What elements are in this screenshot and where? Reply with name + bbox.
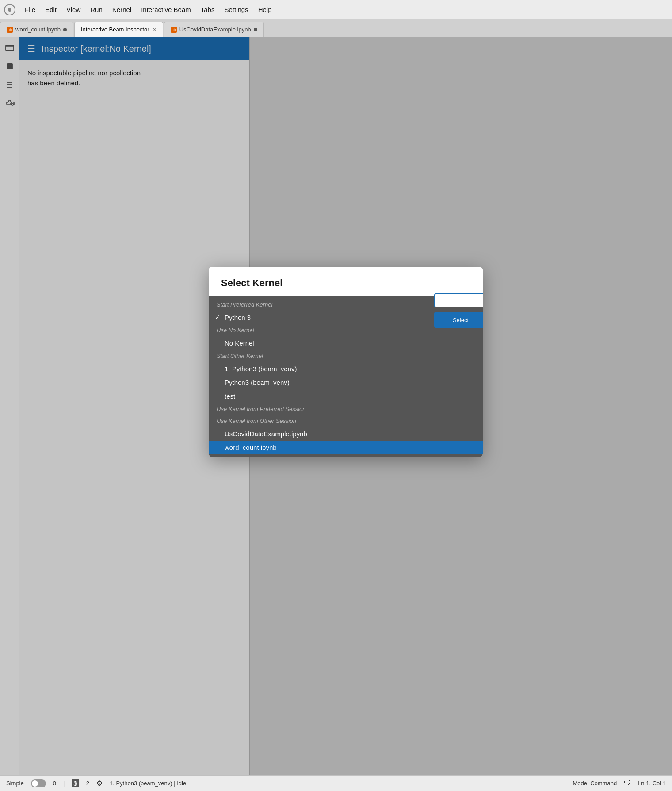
menu-settings[interactable]: Settings xyxy=(220,4,252,15)
toggle-knob xyxy=(32,780,38,787)
menu-tabs[interactable]: Tabs xyxy=(196,4,219,15)
tab-beam-inspector[interactable]: Interactive Beam Inspector × xyxy=(74,22,163,37)
status-kernel-label: 1. Python3 (beam_venv) | Idle xyxy=(110,780,186,787)
status-position: Ln 1, Col 1 xyxy=(638,780,666,787)
main-layout: ☰ Inspector [kernel:No Kernel] No inspec… xyxy=(0,37,672,775)
status-mode-label: Simple xyxy=(6,780,24,787)
modal-overlay: Select Kernel Start Preferred Kernel Pyt… xyxy=(19,37,672,775)
modal-title: Select Kernel xyxy=(209,267,483,296)
kernel-section-other-kernel: Start Other Kernel xyxy=(209,350,483,362)
kernel-item-no-kernel[interactable]: No Kernel xyxy=(209,336,483,350)
tab-label-beam-inspector: Interactive Beam Inspector xyxy=(81,26,149,33)
tab-close-beam-inspector[interactable]: × xyxy=(153,26,157,33)
tab-dot-us-covid xyxy=(254,28,257,31)
tab-icon-word-count: nb xyxy=(7,27,13,33)
svg-point-1 xyxy=(8,8,11,12)
status-sep1: | xyxy=(63,780,65,787)
menu-view[interactable]: View xyxy=(62,4,85,15)
kernel-section-other-session: Use Kernel from Other Session xyxy=(209,415,483,427)
kernel-item-python3-beam-venv-2[interactable]: Python3 (beam_venv) xyxy=(209,376,483,389)
tab-word-count[interactable]: nb word_count.ipynb xyxy=(0,22,73,37)
sidebar-icon-folder[interactable] xyxy=(4,42,16,54)
status-settings-icon[interactable]: ⚙ xyxy=(96,779,103,787)
tab-label-word-count: word_count.ipynb xyxy=(15,26,61,33)
tab-dot-word-count xyxy=(63,28,67,31)
kernel-item-python3-beam-venv-1[interactable]: 1. Python3 (beam_venv) xyxy=(209,362,483,376)
menu-edit[interactable]: Edit xyxy=(41,4,61,15)
status-right: Mode: Command 🛡 Ln 1, Col 1 xyxy=(573,779,666,787)
app-logo[interactable] xyxy=(4,4,16,16)
status-shield-icon: 🛡 xyxy=(624,779,631,787)
kernel-item-word-count[interactable]: word_count.ipynb xyxy=(209,441,483,454)
status-mode-right: Mode: Command xyxy=(573,780,617,787)
menu-kernel[interactable]: Kernel xyxy=(108,4,136,15)
status-count2: 2 xyxy=(86,780,89,787)
status-toggle[interactable] xyxy=(31,779,46,787)
svg-rect-3 xyxy=(7,64,12,69)
status-dollar-icon: $ xyxy=(72,779,79,787)
tabbar: nb word_count.ipynb Interactive Beam Ins… xyxy=(0,19,672,37)
modal-select-button[interactable]: Select xyxy=(434,312,483,328)
tab-label-us-covid: UsCovidDataExample.ipynb xyxy=(179,26,251,33)
menu-items: File Edit View Run Kernel Interactive Be… xyxy=(20,4,276,15)
tab-icon-us-covid: nb xyxy=(171,27,177,33)
sidebar-icon-puzzle[interactable] xyxy=(4,97,16,110)
menubar: File Edit View Run Kernel Interactive Be… xyxy=(0,0,672,19)
statusbar: Simple 0 | $ 2 ⚙ 1. Python3 (beam_venv) … xyxy=(0,775,672,791)
kernel-section-preferred-session: Use Kernel from Preferred Session xyxy=(209,403,483,415)
menu-file[interactable]: File xyxy=(20,4,40,15)
menu-interactive-beam[interactable]: Interactive Beam xyxy=(137,4,195,15)
menu-help[interactable]: Help xyxy=(254,4,276,15)
tab-us-covid[interactable]: nb UsCovidDataExample.ipynb xyxy=(164,22,264,37)
toggle-track xyxy=(31,779,46,787)
sidebar-icon-list[interactable] xyxy=(4,79,16,91)
select-kernel-modal: Select Kernel Start Preferred Kernel Pyt… xyxy=(209,267,483,457)
status-count1: 0 xyxy=(53,780,56,787)
kernel-item-test[interactable]: test xyxy=(209,389,483,403)
sidebar-icon-stop[interactable] xyxy=(4,60,16,73)
content-area: ☰ Inspector [kernel:No Kernel] No inspec… xyxy=(19,37,672,775)
kernel-item-us-covid[interactable]: UsCovidDataExample.ipynb xyxy=(209,427,483,441)
modal-search-input[interactable] xyxy=(434,293,483,307)
menu-run[interactable]: Run xyxy=(86,4,107,15)
sidebar xyxy=(0,37,19,775)
